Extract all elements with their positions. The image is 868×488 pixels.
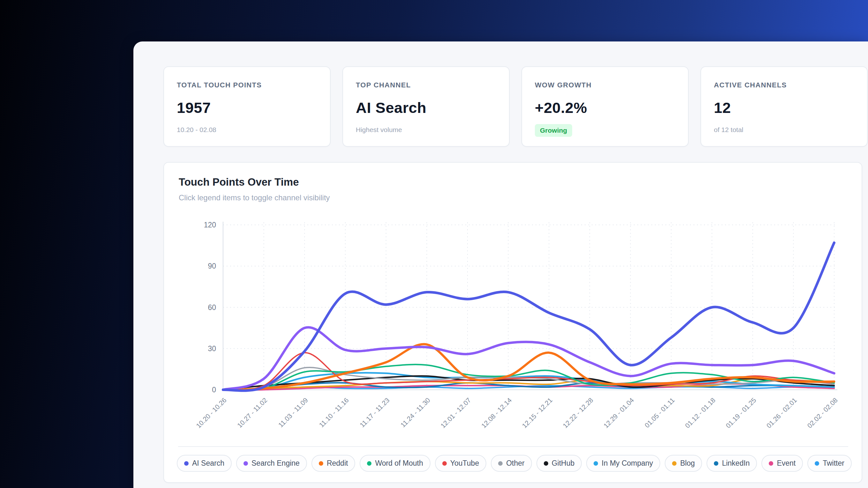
svg-text:12.01 - 12.07: 12.01 - 12.07 (439, 396, 472, 430)
svg-text:01.26 - 02.01: 01.26 - 02.01 (765, 396, 798, 430)
svg-text:01.05 - 01.11: 01.05 - 01.11 (643, 396, 676, 429)
legend-label: Word of Mouth (375, 459, 423, 467)
legend-color-dot (672, 461, 677, 466)
legend-label: AI Search (192, 459, 224, 467)
legend-color-dot (184, 461, 189, 466)
chart-legend: AI SearchSearch EngineRedditWord of Mout… (177, 455, 849, 472)
stat-value: AI Search (356, 99, 496, 117)
stat-value: +20.2% (535, 99, 675, 117)
legend-label: Search Engine (251, 459, 300, 467)
stat-sub: Highest volume (356, 126, 496, 134)
legend-color-dot (319, 461, 323, 466)
svg-text:11.03 - 11.09: 11.03 - 11.09 (277, 396, 310, 429)
legend-item-ai-search[interactable]: AI Search (177, 455, 232, 472)
chart-subtitle: Click legend items to toggle channel vis… (179, 193, 330, 202)
legend-item-search-engine[interactable]: Search Engine (236, 455, 307, 472)
legend-item-youtube[interactable]: YouTube (435, 455, 486, 472)
desktop-background: { "background": { "gradient_left": "#010… (0, 0, 868, 488)
stat-card-active-channels: ACTIVE CHANNELS 12 of 12 total (701, 66, 868, 147)
legend-color-dot (815, 461, 819, 466)
legend-item-linkedin[interactable]: LinkedIn (707, 455, 757, 472)
legend-color-dot (769, 461, 773, 466)
svg-text:11.10 - 11.16: 11.10 - 11.16 (317, 396, 350, 429)
svg-text:01.19 - 01.25: 01.19 - 01.25 (724, 396, 757, 430)
legend-color-dot (244, 461, 248, 466)
legend-label: Reddit (327, 459, 348, 467)
stat-label: ACTIVE CHANNELS (714, 81, 854, 89)
growth-status-badge: Growing (535, 124, 572, 137)
svg-text:120: 120 (204, 221, 216, 229)
touch-points-line-chart: 030609012010.20 - 10.2610.27 - 11.0211.0… (175, 219, 853, 442)
svg-text:10.20 - 10.26: 10.20 - 10.26 (195, 396, 228, 430)
stat-card-top-channel: TOP CHANNEL AI Search Highest volume (342, 66, 509, 147)
legend-item-twitter[interactable]: Twitter (807, 455, 852, 472)
stat-value: 1957 (177, 99, 317, 117)
svg-text:11.17 - 11.23: 11.17 - 11.23 (359, 396, 391, 429)
legend-label: GitHub (552, 459, 575, 467)
legend-color-dot (594, 461, 598, 466)
stat-value: 12 (714, 99, 854, 117)
legend-label: In My Company (601, 459, 653, 467)
chart-title: Touch Points Over Time (179, 176, 299, 188)
dashboard-panel: TOTAL TOUCH POINTS 1957 10.20 - 02.08 TO… (133, 41, 868, 488)
stat-card-total-touch-points: TOTAL TOUCH POINTS 1957 10.20 - 02.08 (163, 66, 331, 147)
legend-label: Twitter (823, 459, 844, 467)
legend-divider (178, 446, 848, 447)
legend-item-word-of-mouth[interactable]: Word of Mouth (360, 455, 430, 472)
legend-item-blog[interactable]: Blog (665, 455, 702, 472)
legend-label: Event (777, 459, 796, 467)
svg-text:12.08 - 12.14: 12.08 - 12.14 (480, 396, 513, 429)
svg-text:12.29 - 01.04: 12.29 - 01.04 (602, 396, 636, 429)
svg-text:90: 90 (208, 262, 216, 270)
svg-text:01.12 - 01.18: 01.12 - 01.18 (684, 396, 717, 430)
svg-text:30: 30 (208, 345, 216, 353)
legend-item-github[interactable]: GitHub (536, 455, 582, 472)
svg-text:12.15 - 12.21: 12.15 - 12.21 (521, 396, 554, 430)
legend-color-dot (498, 461, 503, 466)
svg-text:0: 0 (212, 386, 216, 394)
stat-label: WOW GROWTH (535, 81, 675, 89)
svg-text:02.02 - 02.08: 02.02 - 02.08 (806, 396, 839, 430)
svg-text:60: 60 (208, 303, 216, 312)
stat-label: TOP CHANNEL (356, 81, 496, 89)
stat-card-wow-growth: WOW GROWTH +20.2% Growing (521, 66, 689, 147)
legend-color-dot (714, 461, 718, 466)
legend-label: YouTube (450, 459, 479, 467)
stat-sub: 10.20 - 02.08 (177, 126, 317, 134)
legend-label: Other (506, 459, 525, 467)
svg-text:12.22 - 12.28: 12.22 - 12.28 (561, 396, 594, 430)
legend-label: Blog (680, 459, 695, 467)
touch-points-chart-card: Touch Points Over Time Click legend item… (163, 162, 862, 483)
legend-item-event[interactable]: Event (762, 455, 803, 472)
legend-color-dot (367, 461, 371, 466)
legend-label: LinkedIn (722, 459, 750, 467)
legend-color-dot (544, 461, 548, 466)
stats-row: TOTAL TOUCH POINTS 1957 10.20 - 02.08 TO… (163, 66, 868, 147)
svg-text:10.27 - 11.02: 10.27 - 11.02 (236, 396, 269, 429)
svg-text:11.24 - 11.30: 11.24 - 11.30 (399, 396, 432, 429)
stat-label: TOTAL TOUCH POINTS (177, 81, 317, 89)
legend-color-dot (442, 461, 447, 466)
stat-sub: of 12 total (714, 126, 854, 134)
legend-item-in-my-company[interactable]: In My Company (586, 455, 660, 472)
legend-item-reddit[interactable]: Reddit (311, 455, 355, 472)
legend-item-other[interactable]: Other (491, 455, 532, 472)
